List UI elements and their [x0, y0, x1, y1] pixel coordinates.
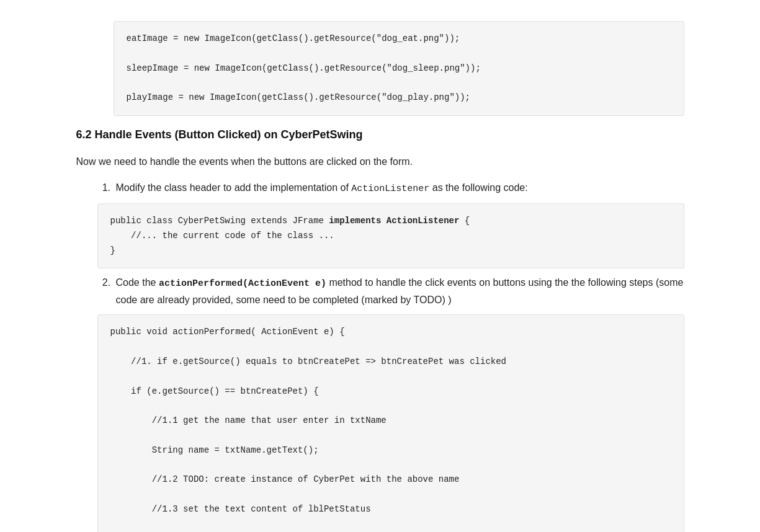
- list-item-2-text: Code the actionPerformed(ActionEvent e) …: [116, 275, 684, 308]
- intro-paragraph: Now we need to handle the events when th…: [76, 154, 684, 170]
- list-item-1-text: Modify the class header to add the imple…: [116, 180, 684, 197]
- list-item-1: Modify the class header to add the imple…: [114, 180, 684, 268]
- inline-code-actionperformed: actionPerformed(ActionEvent e): [159, 278, 326, 289]
- list-item-2-code: public void actionPerformed( ActionEvent…: [97, 314, 684, 532]
- ordered-list: Modify the class header to add the imple…: [114, 180, 684, 532]
- list-item-2: Code the actionPerformed(ActionEvent e) …: [114, 275, 684, 532]
- section-heading: 6.2 Handle Events (Button Clicked) on Cy…: [76, 126, 684, 144]
- top-code-block: eatImage = new ImageIcon(getClass().getR…: [114, 21, 684, 116]
- page-container: eatImage = new ImageIcon(getClass().getR…: [39, 0, 722, 532]
- inline-code-actionlistener: ActionListener: [351, 184, 429, 194]
- list-item-1-code: public class CyberPetSwing extends JFram…: [97, 203, 684, 268]
